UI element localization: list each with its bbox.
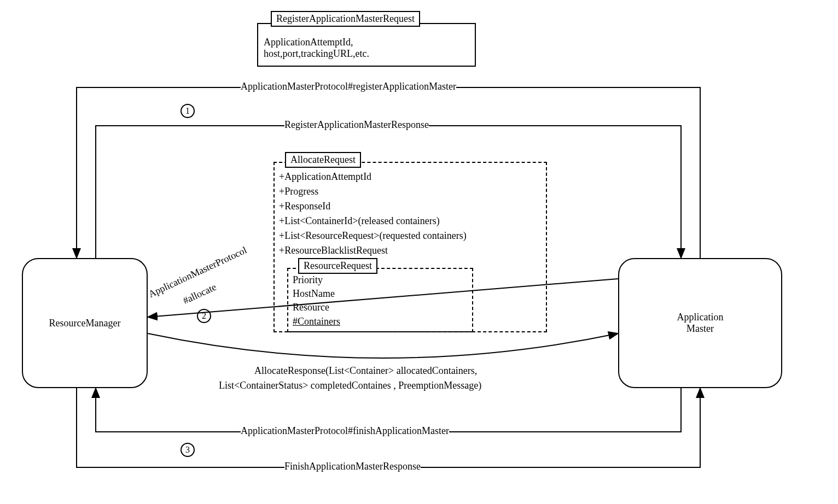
allocate-fields: +ApplicationAttemptId +Progress +Respons… — [279, 169, 467, 258]
step-1-number: 1 — [185, 106, 190, 116]
resource-manager-node: ResourceManager — [22, 258, 148, 388]
resource-manager-label: ResourceManager — [49, 318, 121, 329]
register-body-line2: host,port,trackingURL,etc. — [264, 48, 469, 60]
allocate-field-1: +ApplicationAttemptId — [279, 169, 467, 184]
rr-field-4: #Containers — [293, 315, 340, 329]
application-master-label-2: Master — [686, 323, 714, 335]
register-body-line1: ApplicationAttemptId, — [264, 37, 469, 48]
rr-field-3: Resource — [293, 301, 340, 314]
step-3-marker: 3 — [181, 443, 195, 457]
step-1-marker: 1 — [181, 104, 195, 118]
arrow2-response-label-1: AllocateResponse(List<Container> allocat… — [254, 365, 477, 377]
allocate-request-title: AllocateRequest — [285, 152, 361, 168]
step-3-number: 3 — [185, 445, 190, 455]
allocate-field-4: +List<ContainerId>(released containers) — [279, 214, 467, 228]
step-2-number: 2 — [202, 311, 206, 321]
allocate-field-6: +ResourceBlacklistRequest — [279, 243, 467, 258]
register-request-box: ApplicationAttemptId, host,port,tracking… — [257, 23, 476, 67]
arrow2-response-label-2: List<ContainerStatus> completedContaines… — [219, 380, 481, 391]
arrow1-request-label: ApplicationMasterProtocol#registerApplic… — [241, 81, 456, 92]
resource-request-title: ResourceRequest — [298, 258, 377, 274]
allocate-field-5: +List<ResourceRequest>(requested contain… — [279, 228, 467, 243]
rr-field-1: Priority — [293, 273, 340, 287]
allocate-field-2: +Progress — [279, 184, 467, 199]
application-master-label-1: Application — [677, 312, 724, 323]
arrow2-request-label-2: #allocate — [181, 282, 218, 307]
arrow3-request-label: ApplicationMasterProtocol#finishApplicat… — [241, 425, 449, 437]
allocate-field-3: +ResponseId — [279, 199, 467, 214]
resource-request-fields: Priority HostName Resource #Containers — [293, 273, 340, 329]
arrow3-response-label: FinishApplicationMasterResponse — [284, 461, 421, 472]
application-master-node: Application Master — [618, 258, 782, 388]
step-2-marker: 2 — [197, 309, 211, 323]
rr-field-2: HostName — [293, 287, 340, 301]
arrow1-response-label: RegisterApplicationMasterResponse — [284, 119, 429, 131]
register-request-title: RegisterApplicationMasterRequest — [271, 11, 420, 27]
